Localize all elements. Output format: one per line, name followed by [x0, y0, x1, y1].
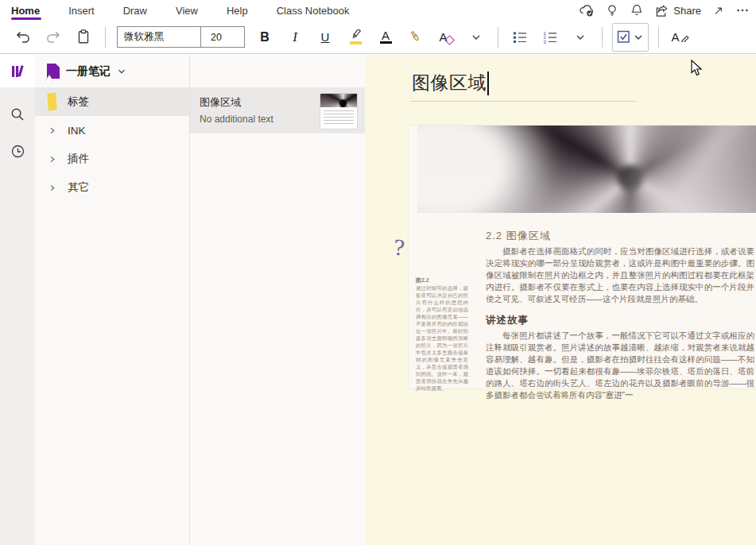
notebooks-icon [10, 64, 25, 79]
search-button[interactable] [0, 99, 35, 130]
notebook-title: 一册笔记 [66, 64, 110, 79]
bullet-list-icon [512, 29, 528, 45]
numbered-list-button[interactable]: 123 [537, 25, 563, 50]
format-painter-icon [408, 29, 424, 45]
formatting-more-button[interactable] [463, 25, 489, 50]
highlight-color-swatch [350, 41, 362, 44]
thumbnail-rose-image [320, 94, 357, 107]
section-label: 标签 [68, 95, 89, 109]
redo-icon [45, 29, 62, 45]
section-label: INK [68, 125, 86, 137]
sync-status-icon[interactable] [579, 3, 595, 17]
menubar: Home Insert Draw View Help Class Noteboo… [0, 0, 756, 21]
chevron-down-icon [471, 32, 482, 43]
rose-photo [417, 126, 756, 213]
notebook-icon [47, 64, 60, 79]
search-icon [10, 106, 25, 122]
mouse-cursor [691, 60, 704, 77]
font-controls [117, 26, 245, 48]
highlighter-icon [348, 29, 362, 41]
scan-paragraph-1: 摄影者在选择画面格式的同时，应当对图像区域进行选择，或者说要决定将现实的哪一部分… [486, 245, 754, 305]
section-item-tags[interactable]: 标签 [35, 87, 189, 116]
recent-notes-button[interactable] [0, 135, 35, 167]
section-label: 插件 [68, 152, 89, 166]
chevron-down-icon [632, 32, 645, 43]
page-thumbnail [320, 93, 358, 129]
styles-button[interactable]: A [668, 25, 693, 50]
redo-button[interactable] [41, 25, 66, 50]
toolbar-separator [105, 27, 106, 48]
underline-button[interactable]: U [312, 25, 338, 50]
section-group-other[interactable]: 其它 [35, 173, 189, 202]
tab-home[interactable]: Home [11, 0, 40, 21]
todo-tag-dropdown[interactable] [612, 23, 649, 52]
ink-pen-icon [680, 32, 690, 42]
clock-icon [10, 143, 26, 160]
text-caret [487, 72, 489, 95]
toolbar-separator [498, 27, 498, 48]
scan-figure-caption-title: 图2.2 [416, 276, 468, 284]
full-view-icon[interactable] [711, 4, 725, 17]
share-icon [654, 4, 669, 17]
todo-checkbox-icon [616, 29, 632, 45]
paste-button[interactable] [71, 25, 96, 50]
section-group-plugins[interactable]: 插件 [35, 145, 189, 173]
highlighter-button[interactable] [343, 25, 368, 50]
svg-text:3: 3 [544, 39, 547, 44]
toolbar-separator [658, 27, 659, 48]
list-more-button[interactable] [568, 25, 593, 50]
scan-section-heading: 2.2 图像区域 [486, 229, 551, 243]
titlebar-actions: Share [579, 0, 750, 21]
page-title-editor[interactable]: 图像区域 [412, 71, 489, 95]
tab-help[interactable]: Help [227, 0, 248, 21]
more-options-icon[interactable] [735, 3, 750, 17]
format-painter-button[interactable] [403, 25, 428, 50]
navigation-rail [0, 55, 35, 545]
main-area: 一册笔记 标签 INK 插件 其它 图像区域 [0, 55, 756, 545]
embedded-book-scan-image[interactable]: 2.2 图像区域 摄影者在选择画面格式的同时，应当对图像区域进行选择，或者说要决… [409, 126, 756, 388]
section-group-ink[interactable]: INK [35, 116, 189, 145]
share-label: Share [673, 5, 701, 17]
page-list-item[interactable]: 图像区域 No additional text [190, 87, 365, 133]
italic-button[interactable]: I [282, 25, 308, 50]
undo-icon [14, 29, 32, 45]
ribbon-toolbar: B I U A A 123 [0, 21, 756, 54]
scan-paragraph-2: 每张照片都讲述了一个故事，一般情况下它可以不通过文字或相应的注释就吸引观赏者。照… [486, 330, 754, 401]
tab-draw[interactable]: Draw [123, 0, 147, 21]
chevron-right-icon [48, 155, 56, 164]
undo-button[interactable] [10, 25, 36, 50]
page-canvas[interactable]: 图像区域 ? 2.2 图像区域 摄影者在选择画面格式的同时，应当对图像区域进行选… [365, 55, 756, 545]
page-title-underline [410, 101, 636, 102]
pages-pane: 图像区域 No additional text [189, 55, 365, 545]
font-color-button[interactable]: A [373, 25, 398, 50]
clear-formatting-button[interactable]: A [433, 25, 459, 50]
bullet-list-button[interactable] [507, 25, 533, 50]
numbered-list-icon: 123 [542, 29, 558, 45]
sections-pane: 一册笔记 标签 INK 插件 其它 [35, 55, 189, 545]
tab-insert[interactable]: Insert [68, 0, 95, 21]
font-name-input[interactable] [117, 26, 201, 48]
font-size-input[interactable] [201, 26, 245, 48]
thumbnail-text-lines [324, 110, 354, 125]
section-label: 其它 [68, 180, 89, 195]
toolbar-separator [602, 27, 603, 48]
chevron-right-icon [48, 184, 56, 192]
page-title-text: 图像区域 [412, 71, 487, 95]
clipboard-icon [76, 29, 91, 45]
tab-class-notebook[interactable]: Class Notebook [277, 0, 350, 21]
ideas-icon[interactable] [605, 3, 619, 17]
scan-figure-caption: 图2.2 通过对细节的选择，摄影者可以决定自己的照片有什么样的思想内容，并可以有… [416, 276, 468, 392]
bold-button[interactable]: B [252, 25, 277, 50]
tab-view[interactable]: View [176, 0, 198, 21]
ink-question-mark[interactable]: ? [393, 236, 405, 261]
chevron-right-icon [48, 126, 56, 135]
font-color-swatch [380, 41, 392, 44]
ribbon-tabs: Home Insert Draw View Help Class Noteboo… [0, 0, 349, 21]
notifications-icon[interactable] [630, 3, 644, 17]
share-button[interactable]: Share [654, 4, 701, 17]
notebooks-nav-button[interactable] [0, 55, 35, 87]
chevron-down-icon [117, 67, 126, 76]
section-color-icon [47, 92, 56, 110]
onenote-window: Home Insert Draw View Help Class Noteboo… [0, 0, 756, 545]
notebook-dropdown[interactable]: 一册笔记 [35, 55, 189, 87]
